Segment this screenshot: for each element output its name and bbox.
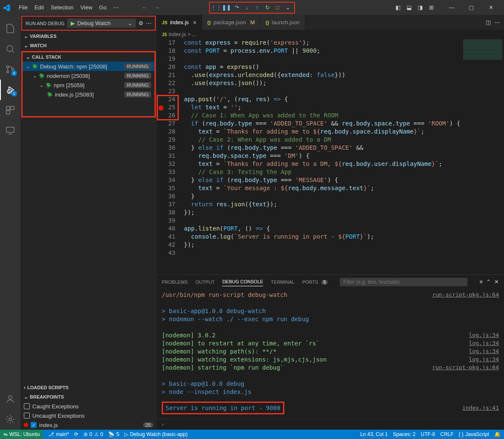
layout-primary-icon[interactable]: ◧ [393,3,403,12]
chevron-down-icon: ⌄ [26,54,30,60]
debug-config-select[interactable]: ▶ Debug Watch ⌄ [67,19,136,28]
minimap[interactable] [461,39,504,82]
console-source-link[interactable]: log.js:34 [469,340,499,346]
panel-tab-problems[interactable]: PROBLEMS [162,278,188,286]
console-source-link[interactable]: log.js:34 [469,348,499,354]
restart-icon[interactable]: ↻ [263,3,272,12]
breakpoints-header[interactable]: ⌄ BREAKPOINTS [20,392,157,402]
step-into-icon[interactable]: ↓ [242,3,252,12]
tab-package-json[interactable]: {} package.json M [202,15,261,30]
encoding[interactable]: UTF-8 [421,431,435,437]
breakpoint-caught-exceptions[interactable]: Caught Exceptions [20,402,157,411]
layout-panel-icon[interactable]: ⬓ [404,3,414,12]
more-icon[interactable]: ⋯ [494,19,500,26]
indentation[interactable]: Spaces: 2 [393,431,415,437]
console-source-link[interactable]: run-script-pkg.js:64 [432,291,499,298]
nav-back-icon[interactable]: ← [139,3,150,12]
chevron-right-icon: › [24,385,26,391]
debug-icon: ▷ [124,431,128,437]
bug-icon: 🪲 [45,82,52,88]
checkbox-unchecked[interactable] [24,413,30,419]
git-sync[interactable]: ⟳ [74,431,78,437]
eol[interactable]: CRLF [440,431,453,437]
callstack-process[interactable]: 🪲 index.js [25083] RUNNING [23,90,155,99]
nav-forward-icon[interactable]: → [152,3,162,12]
layout-secondary-icon[interactable]: ◨ [415,3,425,12]
vscode-logo-icon [3,4,11,11]
callstack-session[interactable]: ⌄ 🪲 Debug Watch: npm [25008] RUNNING [23,62,155,71]
debug-console-output[interactable]: /usr/bin/npm run-script debug-watchrun-s… [157,289,504,419]
loaded-scripts-header[interactable]: › LOADED SCRIPTS [20,383,157,392]
panel-tab-output[interactable]: OUTPUT [195,278,215,286]
console-filter-input[interactable] [340,278,467,286]
console-source-link[interactable]: log.js:34 [469,332,499,338]
breakpoint-marker-icon[interactable] [158,105,163,111]
debug-status[interactable]: ▷ Debug Watch (basic-app) [124,431,188,437]
menu-selection[interactable]: Selection [47,3,77,12]
checkbox-checked[interactable]: ✓ [31,422,37,428]
extensions-icon[interactable] [0,100,20,120]
menu-view[interactable]: View [77,3,96,12]
callstack-header[interactable]: ⌄ CALL STACK [23,52,155,62]
window-minimize-icon[interactable]: — [442,0,461,15]
window-maximize-icon[interactable]: ▢ [461,0,481,15]
clear-console-icon[interactable]: ≡ [479,279,483,285]
menu-edit[interactable]: Edit [31,3,47,12]
step-out-icon[interactable]: ↑ [252,3,262,12]
menu-go[interactable]: Go [96,3,110,12]
problems-indicator[interactable]: ⊘0 ⚠0 [83,431,103,437]
language-mode[interactable]: { } JavaScript [459,431,489,437]
remote-explorer-icon[interactable] [0,120,20,141]
drag-handle-icon[interactable]: ⋮⋮ [212,3,221,12]
search-icon[interactable] [0,39,20,59]
config-name: Debug Watch [77,20,111,26]
more-icon[interactable]: ⋯ [146,20,152,26]
remote-indicator[interactable]: ⇋ WSL: Ubuntu [0,430,43,439]
callstack-process[interactable]: ⌄ 🪲 nodemon [25036] RUNNING [23,71,155,80]
warning-icon: ⚠ [94,431,99,437]
account-icon[interactable] [0,389,20,409]
debug-console-input[interactable]: › [157,419,504,430]
error-icon: ⊘ [83,431,88,437]
tab-index-js[interactable]: JS index.js × [157,15,202,30]
step-over-icon[interactable]: ↷ [232,3,241,12]
git-branch[interactable]: ⎇ main* [48,431,69,437]
bug-icon: 🪲 [46,91,53,98]
stop-icon[interactable]: □ [273,3,282,12]
close-panel-icon[interactable]: ✕ [494,279,499,285]
editor[interactable]: 1718192021222324252627282930313233343536… [157,39,504,274]
source-control-icon[interactable]: 4 [0,59,20,80]
split-editor-icon[interactable]: ◫ [486,19,491,26]
gear-icon[interactable]: ⚙ [138,20,143,26]
run-debug-icon[interactable]: 1 [0,80,20,100]
notifications-icon[interactable]: 🔔 [494,431,501,437]
console-source-link[interactable]: index.js:41 [462,405,499,411]
console-source-link[interactable]: log.js:34 [469,356,499,362]
callstack-process[interactable]: ⌄ 🪲 npm [25059] RUNNING [23,80,155,90]
remote-icon: ⇋ [3,431,8,437]
breakpoint-file[interactable]: ✓ index.js 25 [20,420,157,430]
pause-icon[interactable]: ❚❚ [222,3,231,12]
checkbox-unchecked[interactable] [24,403,30,409]
panel-tab-debug-console[interactable]: DEBUG CONSOLE [222,277,263,286]
layout-custom-icon[interactable]: ⊞ [427,3,436,12]
panel-tab-terminal[interactable]: TERMINAL [271,278,295,286]
tab-launch-json[interactable]: {} launch.json [261,15,305,30]
watch-header[interactable]: ⌄ WATCH [20,41,157,50]
breakpoint-dot-icon [24,423,28,427]
settings-icon[interactable] [0,409,20,430]
panel-tab-ports[interactable]: PORTS 5 [302,278,328,286]
ports-indicator[interactable]: 📡5 [108,431,119,437]
close-icon[interactable]: × [193,19,197,26]
maximize-panel-icon[interactable]: ⌃ [486,279,491,285]
window-close-icon[interactable]: ✕ [481,0,501,15]
debug-dropdown-icon[interactable]: ⌄ [283,3,292,12]
menu-file[interactable]: File [15,3,31,12]
variables-header[interactable]: ⌄ VARIABLES [20,31,157,41]
explorer-icon[interactable] [0,18,20,39]
cursor-position[interactable]: Ln 43, Col 1 [360,431,388,437]
menu-more[interactable]: ⋯ [110,3,122,12]
breakpoint-uncaught-exceptions[interactable]: Uncaught Exceptions [20,411,157,420]
console-source-link[interactable]: run-script-pkg.js:64 [432,364,499,371]
breadcrumb[interactable]: JS index.js > ... [157,30,504,39]
